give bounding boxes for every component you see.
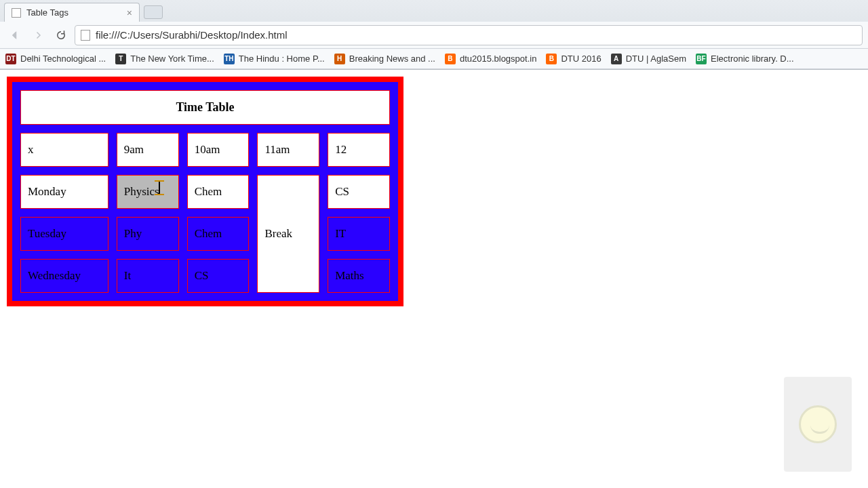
header-cell: 11am [257,133,319,167]
table-row: Monday Physics Chem Break CS [20,175,390,209]
tab-favicon [12,8,21,18]
bookmark-label: The Hindu : Home P... [239,54,325,64]
bookmark-item[interactable]: ADTU | AglaSem [611,54,686,64]
arrow-left-icon [9,29,21,41]
day-cell: Tuesday [20,217,108,251]
cell-physics[interactable]: Physics [117,175,179,209]
bookmark-item[interactable]: HBreaking News and ... [334,54,435,64]
tab-strip: Table Tags × [0,0,868,22]
bookmark-favicon: DT [5,54,16,64]
bookmark-label: Breaking News and ... [349,54,435,64]
bookmark-label: dtu2015.blogspot.in [460,54,536,64]
bulb-icon [799,405,837,443]
table-row: Tuesday Phy Chem IT [20,217,390,251]
cell: IT [328,217,390,251]
cell: Maths [328,259,390,293]
bookmark-item[interactable]: BFElectronic library. D... [696,54,794,64]
bookmark-item[interactable]: BDTU 2016 [546,54,601,64]
bookmark-favicon: A [611,54,622,64]
bookmark-favicon: T [115,54,126,64]
header-cell: 10am [187,133,250,167]
browser-toolbar: file:///C:/Users/Surabhi/Desktop/Index.h… [0,22,868,49]
cell: Phy [117,217,179,251]
bookmark-label: Delhi Technological ... [20,54,106,64]
header-cell: 9am [117,133,179,167]
url-text: file:///C:/Users/Surabhi/Desktop/Index.h… [96,29,288,41]
table-row: Wednesday It CS Maths [20,259,390,293]
bookmark-favicon: BF [696,54,707,64]
header-cell: 12 [328,133,390,167]
bookmark-label: Electronic library. D... [711,54,794,64]
cell: CS [328,175,390,209]
bookmark-favicon: B [445,54,456,64]
table-caption: Time Table [20,90,390,125]
tab-title: Table Tags [26,7,68,18]
reload-icon [55,29,67,41]
table-header-row: x 9am 10am 11am 12 [20,133,390,167]
watermark-logo [784,377,852,472]
bookmark-label: The New York Time... [130,54,214,64]
forward-button[interactable] [28,26,47,45]
header-cell: x [20,133,108,167]
cell-break: Break [257,175,319,293]
bookmark-item[interactable]: THThe Hindu : Home P... [224,54,325,64]
day-cell: Wednesday [20,259,108,293]
bookmark-favicon: TH [224,54,235,64]
day-cell: Monday [20,175,108,209]
bookmark-item[interactable]: TThe New York Time... [115,54,214,64]
page-content: Time Table x 9am 10am 11am 12 Monday Phy… [0,70,868,313]
browser-tab[interactable]: Table Tags × [4,3,140,22]
timetable: Time Table x 9am 10am 11am 12 Monday Phy… [7,77,403,306]
cell: It [117,259,179,293]
cell: CS [187,259,250,293]
bookmark-label: DTU | AglaSem [626,54,686,64]
arrow-right-icon [32,29,44,41]
bookmarks-bar: DTDelhi Technological ...TThe New York T… [0,49,868,69]
reload-button[interactable] [52,26,71,45]
new-tab-button[interactable] [144,5,163,19]
browser-chrome: Table Tags × file:///C:/Users/Surabhi/De… [0,0,868,70]
cell: Chem [187,175,250,209]
bookmark-favicon: B [546,54,557,64]
bookmark-item[interactable]: Bdtu2015.blogspot.in [445,54,536,64]
bookmark-label: DTU 2016 [561,54,601,64]
close-icon[interactable]: × [127,8,132,18]
bookmark-item[interactable]: DTDelhi Technological ... [5,54,106,64]
page-icon [81,30,90,41]
bookmark-favicon: H [334,54,345,64]
cell: Chem [187,217,250,251]
url-bar[interactable]: file:///C:/Users/Surabhi/Desktop/Index.h… [75,25,863,45]
back-button[interactable] [5,26,24,45]
